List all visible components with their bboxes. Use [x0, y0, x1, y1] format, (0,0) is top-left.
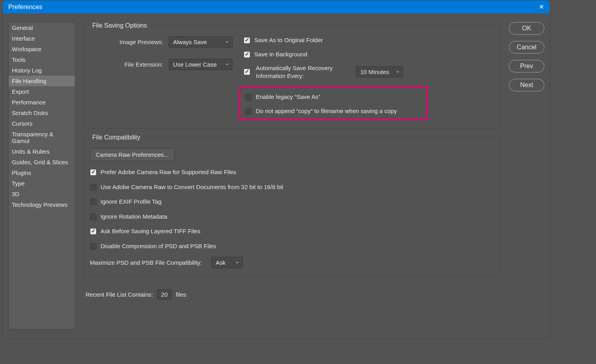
camera-raw-prefs-button[interactable]: Camera Raw Preferences... — [90, 148, 175, 161]
highlighted-options: Enable legacy “Save As” Do not append “c… — [239, 86, 428, 120]
category-sidebar: GeneralInterfaceWorkspaceToolsHistory Lo… — [8, 22, 75, 329]
use-acr-32-checkbox[interactable] — [90, 184, 97, 191]
max-psd-select[interactable]: Ask — [211, 257, 243, 268]
ignore-exif-label: Ignore EXIF Profile Tag — [101, 198, 162, 206]
sidebar-item-workspace[interactable]: Workspace — [9, 44, 75, 54]
ask-tiff-checkbox[interactable] — [90, 228, 97, 235]
recent-label: Recent File List Contains: — [86, 291, 153, 298]
sidebar-item-general[interactable]: General — [9, 22, 75, 33]
sidebar-item-interface[interactable]: Interface — [9, 33, 75, 44]
preferences-window: Preferences ✕ GeneralInterfaceWorkspaceT… — [2, 0, 550, 339]
sidebar-item-file-handling[interactable]: File Handling — [9, 76, 75, 86]
image-previews-select[interactable]: Always Save — [169, 36, 233, 48]
file-extension-select[interactable]: Use Lower Case — [169, 59, 233, 70]
next-button[interactable]: Next — [509, 79, 544, 91]
dialog-buttons: OK Cancel Prev Next — [509, 22, 544, 333]
file-saving-legend: File Saving Options — [90, 22, 149, 29]
ask-tiff-label: Ask Before Saving Layered TIFF Files — [101, 227, 200, 235]
use-acr-32-label: Use Adobe Camera Raw to Convert Document… — [101, 183, 283, 191]
disable-compression-checkbox[interactable] — [90, 243, 97, 250]
sidebar-item-transparency-gamut[interactable]: Transparency & Gamut — [9, 129, 75, 146]
recent-count-input[interactable] — [157, 289, 172, 300]
ignore-rotation-checkbox[interactable] — [90, 214, 97, 220]
ignore-rotation-label: Ignore Rotation Metadata — [101, 213, 167, 221]
file-compat-group: File Compatibility Camera Raw Preference… — [84, 134, 500, 277]
recent-suffix: files — [176, 291, 186, 298]
sidebar-item-units-rulers[interactable]: Units & Rulers — [9, 146, 75, 157]
auto-save-interval-select[interactable]: 10 Minutes — [356, 66, 403, 78]
no-append-copy-checkbox[interactable] — [245, 108, 252, 115]
sidebar-item-cursors[interactable]: Cursors — [9, 118, 75, 129]
sidebar-item-tools[interactable]: Tools — [9, 54, 75, 65]
save-as-original-checkbox[interactable] — [244, 37, 250, 44]
cancel-button[interactable]: Cancel — [509, 41, 544, 54]
disable-compression-label: Disable Compression of PSD and PSB Files — [101, 242, 216, 250]
sidebar-item-history-log[interactable]: History Log — [9, 65, 75, 76]
file-saving-group: File Saving Options Image Previews: Alwa… — [84, 22, 500, 128]
file-compat-legend: File Compatibility — [90, 134, 143, 141]
sidebar-item-scratch-disks[interactable]: Scratch Disks — [9, 108, 75, 118]
close-icon[interactable]: ✕ — [536, 3, 546, 11]
sidebar-item-export[interactable]: Export — [9, 86, 75, 97]
file-extension-label: File Extension: — [90, 61, 165, 68]
window-title: Preferences — [8, 4, 42, 11]
sidebar-item-technology-previews[interactable]: Technology Previews — [9, 199, 75, 210]
save-in-background-label: Save in Background — [254, 50, 307, 58]
sidebar-item-type[interactable]: Type — [9, 178, 75, 189]
sidebar-item-performance[interactable]: Performance — [9, 97, 75, 108]
max-psd-label: Maximize PSD and PSB File Compatibility: — [90, 259, 202, 266]
legacy-save-as-checkbox[interactable] — [245, 94, 252, 100]
prefer-acr-label: Prefer Adobe Camera Raw for Supported Ra… — [101, 168, 236, 176]
save-in-background-checkbox[interactable] — [244, 51, 250, 58]
no-append-copy-label: Do not append “copy” to filename when sa… — [256, 107, 397, 115]
ignore-exif-checkbox[interactable] — [90, 199, 97, 205]
prefer-acr-checkbox[interactable] — [90, 169, 97, 176]
image-previews-label: Image Previews: — [90, 39, 165, 45]
ok-button[interactable]: OK — [509, 22, 544, 35]
prev-button[interactable]: Prev — [509, 60, 544, 72]
sidebar-item-guides-grid-slices[interactable]: Guides, Grid & Slices — [9, 157, 75, 167]
main-panel: File Saving Options Image Previews: Alwa… — [84, 22, 500, 333]
legacy-save-as-label: Enable legacy “Save As” — [256, 93, 320, 101]
auto-save-checkbox[interactable] — [244, 69, 250, 75]
auto-save-label: Automatically Save Recovery Information … — [256, 64, 350, 80]
sidebar-item-plugins[interactable]: Plugins — [9, 167, 75, 178]
titlebar: Preferences ✕ — [3, 0, 550, 13]
save-as-original-label: Save As to Original Folder — [254, 36, 323, 44]
sidebar-item-3d[interactable]: 3D — [9, 189, 75, 199]
